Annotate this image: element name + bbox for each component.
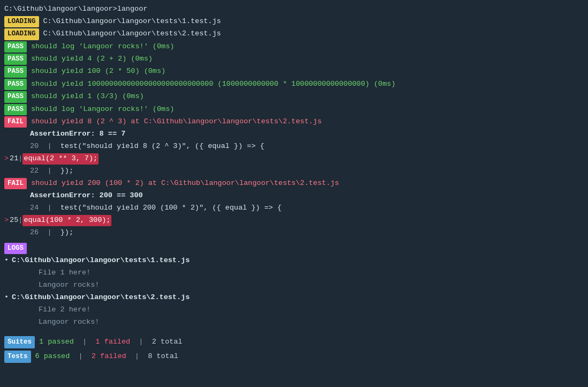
suites-total: 2 total	[152, 336, 183, 348]
log-file-2-line-1: File 2 here!	[0, 304, 588, 316]
pass-text-4: should yield 100000000000000000000000000…	[31, 79, 396, 90]
log-file-2-name: C:\Github\langoor\langoor\tests\2.test.j…	[12, 292, 190, 303]
suites-passed: 1 passed	[39, 336, 74, 348]
pass-badge-1: PASS	[4, 41, 27, 53]
loading-line-2: LOADING C:\Github\langoor\langoor\tests\…	[0, 28, 588, 40]
pipe-22: |	[43, 166, 56, 177]
prompt-line: C:\Github\langoor\langoor>langoor	[0, 3, 588, 16]
log-file-1-line-1: File 1 here!	[0, 267, 588, 279]
line-num-22: 22	[30, 166, 43, 177]
logs-badge: LOGS	[4, 243, 27, 254]
log-file-1-text-1: File 1 here!	[39, 267, 91, 279]
assertion-line-2: AssertionError: 200 == 300	[0, 190, 588, 202]
tests-total: 8 total	[148, 351, 178, 363]
line-num-20: 20	[30, 141, 43, 152]
arrow-21: >	[4, 153, 9, 165]
line-num-24: 24	[30, 203, 43, 214]
pass-text-1: should log 'Langoor rocks!' (0ms)	[31, 41, 174, 53]
pass-badge-3: PASS	[4, 66, 27, 77]
log-file-1-line-2: Langoor rocks!	[0, 279, 588, 292]
highlight-21: equal(2 ** 3, 7);	[22, 153, 99, 165]
loading-badge-2: LOADING	[4, 28, 39, 40]
log-file-2-text-2: Langoor rocks!	[39, 317, 99, 328]
arrow-25: >	[4, 215, 9, 226]
suites-failed: 1 failed	[95, 336, 130, 348]
summary-suites-line: Suites 1 passed | 1 failed | 2 total	[0, 335, 588, 349]
loading-badge-1: LOADING	[4, 16, 39, 27]
pass-line-3: PASS should yield 100 (2 * 50) (0ms)	[0, 65, 588, 78]
fail-badge-1: FAIL	[4, 116, 27, 128]
pass-line-5: PASS should yield 1 (3/3) (0ms)	[0, 91, 588, 103]
log-file-1-header: • C:\Github\langoor\langoor\tests\1.test…	[0, 255, 588, 267]
summary-tests-line: Tests 6 passed | 2 failed | 8 total	[0, 349, 588, 364]
code-text-22: });	[56, 166, 73, 177]
pass-badge-5: PASS	[4, 91, 27, 102]
tests-failed: 2 failed	[92, 351, 126, 363]
code-line-25: > 25 | equal(100 * 2, 300);	[0, 214, 588, 227]
logs-header-line: LOGS	[0, 242, 588, 255]
suites-pipe-2: |	[130, 336, 152, 348]
loading-path-2: C:\Github\langoor\langoor\tests\2.test.j…	[43, 28, 221, 40]
assertion-text-1: AssertionError: 8 == 7	[30, 129, 125, 140]
log-file-1-text-2: Langoor rocks!	[39, 280, 99, 291]
bullet-2: •	[4, 292, 9, 303]
pass-line-6: PASS should log 'Langoor rocks!' (0ms)	[0, 103, 588, 116]
code-text-24: test("should yield 200 (100 * 2)", ({ eq…	[56, 203, 282, 214]
tests-passed: 6 passed	[35, 351, 70, 363]
pass-line-2: PASS should yield 4 (2 + 2) (0ms)	[0, 53, 588, 65]
loading-path-1: C:\Github\langoor\langoor\tests\1.test.j…	[43, 16, 221, 27]
code-line-22: 22 | });	[0, 165, 588, 177]
pass-badge-6: PASS	[4, 104, 27, 115]
loading-line-1: LOADING C:\Github\langoor\langoor\tests\…	[0, 16, 588, 28]
suites-pipe-1: |	[74, 336, 96, 348]
log-file-2-text-1: File 2 here!	[39, 304, 91, 316]
code-text-20: test("should yield 8 (2 ^ 3)", ({ equal …	[56, 141, 265, 152]
pass-text-2: should yield 4 (2 + 2) (0ms)	[31, 54, 153, 65]
line-num-26: 26	[30, 227, 43, 239]
code-line-21: > 21 | equal(2 ** 3, 7);	[0, 153, 588, 165]
bullet-1: •	[4, 255, 9, 266]
line-num-25: 25	[10, 215, 18, 226]
fail-line-2: FAIL should yield 200 (100 * 2) at C:\Gi…	[0, 177, 588, 190]
tests-pipe-2: |	[126, 351, 148, 363]
log-file-2-line-2: Langoor rocks!	[0, 316, 588, 329]
pipe-26: |	[43, 227, 56, 239]
tests-pipe-1: |	[70, 351, 92, 363]
assertion-line-1: AssertionError: 8 == 7	[0, 128, 588, 140]
fail-text-1: should yield 8 (2 ^ 3) at C:\Github\lang…	[31, 116, 322, 128]
code-line-24: 24 | test("should yield 200 (100 * 2)", …	[0, 202, 588, 214]
log-file-2-header: • C:\Github\langoor\langoor\tests\2.test…	[0, 292, 588, 304]
pipe-20: |	[43, 141, 56, 152]
code-text-26: });	[56, 227, 73, 239]
tests-badge: Tests	[4, 351, 31, 363]
log-file-1-name: C:\Github\langoor\langoor\tests\1.test.j…	[12, 255, 190, 266]
code-line-26: 26 | });	[0, 227, 588, 239]
pass-badge-2: PASS	[4, 54, 27, 65]
fail-text-2: should yield 200 (100 * 2) at C:\Github\…	[31, 178, 339, 189]
pipe-24: |	[43, 203, 56, 214]
highlight-25: equal(100 * 2, 300);	[22, 215, 111, 226]
pass-line-1: PASS should log 'Langoor rocks!' (0ms)	[0, 41, 588, 53]
pass-badge-4: PASS	[4, 79, 27, 90]
pass-text-6: should log 'Langoor rocks!' (0ms)	[31, 104, 174, 115]
pipe-21: |	[18, 153, 22, 165]
prompt-text: C:\Github\langoor\langoor>langoor	[4, 4, 147, 15]
pipe-25: |	[18, 215, 22, 226]
pass-text-5: should yield 1 (3/3) (0ms)	[31, 91, 144, 102]
pass-text-3: should yield 100 (2 * 50) (0ms)	[31, 66, 165, 77]
pass-line-4: PASS should yield 1000000000000000000000…	[0, 78, 588, 91]
fail-line-1: FAIL should yield 8 (2 ^ 3) at C:\Github…	[0, 116, 588, 128]
assertion-text-2: AssertionError: 200 == 300	[30, 190, 143, 202]
suites-badge: Suites	[4, 336, 35, 348]
code-line-20: 20 | test("should yield 8 (2 ^ 3)", ({ e…	[0, 140, 588, 153]
line-num-21: 21	[10, 153, 18, 165]
fail-badge-2: FAIL	[4, 178, 27, 189]
